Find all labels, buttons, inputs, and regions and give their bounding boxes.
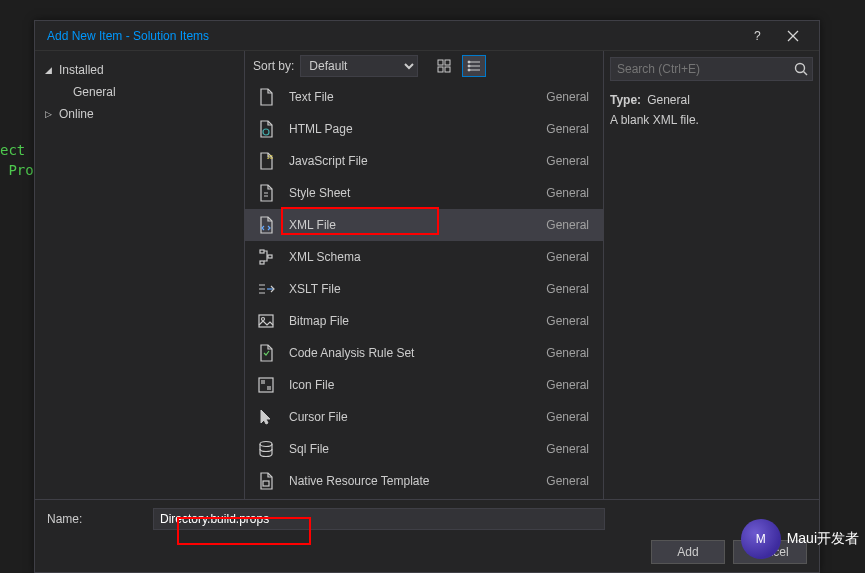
template-item[interactable]: JSJavaScript FileGeneral	[245, 145, 603, 177]
search-icon[interactable]	[793, 61, 809, 77]
template-label: Native Resource Template	[289, 474, 546, 488]
file-type-icon	[255, 374, 277, 396]
template-item[interactable]: Style SheetGeneral	[245, 177, 603, 209]
sort-select[interactable]: Default	[300, 55, 418, 77]
template-category: General	[546, 218, 593, 232]
svg-point-13	[263, 129, 269, 135]
file-type-icon	[255, 438, 277, 460]
svg-rect-21	[261, 380, 265, 384]
tree-installed[interactable]: ◢ Installed	[35, 59, 244, 81]
template-category: General	[546, 442, 593, 456]
template-item[interactable]: Cursor FileGeneral	[245, 401, 603, 433]
svg-rect-24	[263, 481, 269, 486]
template-item[interactable]: XML FileGeneral	[245, 209, 603, 241]
tree-general[interactable]: General	[35, 81, 244, 103]
file-type-icon: JS	[255, 150, 277, 172]
template-category: General	[546, 346, 593, 360]
svg-rect-6	[445, 67, 450, 72]
template-label: XML Schema	[289, 250, 546, 264]
template-category: General	[546, 410, 593, 424]
detail-type-label: Type:	[610, 93, 641, 107]
file-type-icon	[255, 118, 277, 140]
svg-point-12	[468, 69, 470, 71]
file-type-icon	[255, 182, 277, 204]
template-item[interactable]: Text FileGeneral	[245, 81, 603, 113]
detail-pane: Type: General A blank XML file.	[603, 51, 819, 499]
template-category: General	[546, 378, 593, 392]
view-medium-icons-button[interactable]	[432, 55, 456, 77]
name-input[interactable]	[153, 508, 605, 530]
template-category: General	[546, 250, 593, 264]
template-category: General	[546, 282, 593, 296]
svg-point-11	[468, 65, 470, 67]
svg-point-23	[260, 442, 272, 447]
template-item[interactable]: Icon FileGeneral	[245, 369, 603, 401]
template-category: General	[546, 186, 593, 200]
sort-label: Sort by:	[253, 59, 294, 73]
file-type-icon	[255, 342, 277, 364]
svg-rect-16	[260, 261, 264, 264]
template-label: Bitmap File	[289, 314, 546, 328]
file-type-icon	[255, 310, 277, 332]
chevron-down-icon: ◢	[45, 65, 55, 75]
template-pane: Sort by: Default Text FileGeneralHTML Pa…	[245, 51, 603, 499]
tree-online[interactable]: ▷ Online	[35, 103, 244, 125]
dialog-title: Add New Item - Solution Items	[47, 29, 739, 43]
dialog-titlebar[interactable]: Add New Item - Solution Items ?	[35, 21, 819, 51]
template-details: Type: General A blank XML file.	[610, 87, 813, 127]
template-category: General	[546, 154, 593, 168]
template-category: General	[546, 474, 593, 488]
help-button[interactable]: ?	[739, 21, 775, 51]
template-label: Icon File	[289, 378, 546, 392]
detail-description: A blank XML file.	[610, 113, 813, 127]
template-item[interactable]: Code Analysis Rule SetGeneral	[245, 337, 603, 369]
dialog-bottom: Name: Add Cancel	[35, 499, 819, 572]
svg-rect-22	[267, 386, 271, 390]
template-item[interactable]: XSLT FileGeneral	[245, 273, 603, 305]
template-item[interactable]: XML SchemaGeneral	[245, 241, 603, 273]
file-type-icon	[255, 406, 277, 428]
template-item[interactable]: Native Resource TemplateGeneral	[245, 465, 603, 497]
template-category: General	[546, 90, 593, 104]
close-button[interactable]	[775, 21, 811, 51]
tree-label: General	[73, 85, 116, 99]
watermark-text: Maui开发者	[787, 530, 859, 548]
file-type-icon	[255, 278, 277, 300]
svg-line-27	[804, 72, 808, 76]
category-tree: ◢ Installed General ▷ Online	[35, 51, 245, 499]
svg-rect-4	[445, 60, 450, 65]
search-input[interactable]	[610, 57, 813, 81]
template-item[interactable]: HTML PageGeneral	[245, 113, 603, 145]
svg-point-10	[468, 61, 470, 63]
template-label: HTML Page	[289, 122, 546, 136]
template-item[interactable]: Bitmap FileGeneral	[245, 305, 603, 337]
svg-text:JS: JS	[267, 154, 274, 160]
template-label: Code Analysis Rule Set	[289, 346, 546, 360]
tree-label: Installed	[59, 63, 104, 77]
file-type-icon	[255, 214, 277, 236]
template-label: Style Sheet	[289, 186, 546, 200]
svg-point-19	[262, 318, 265, 321]
svg-rect-5	[438, 67, 443, 72]
template-label: JavaScript File	[289, 154, 546, 168]
add-button[interactable]: Add	[651, 540, 725, 564]
template-item[interactable]: Sql FileGeneral	[245, 433, 603, 465]
file-type-icon	[255, 246, 277, 268]
template-category: General	[546, 122, 593, 136]
watermark: M Maui开发者	[741, 519, 859, 559]
template-toolbar: Sort by: Default	[245, 51, 603, 81]
svg-rect-17	[268, 255, 272, 258]
search-box	[610, 57, 813, 81]
svg-text:?: ?	[754, 30, 761, 42]
template-list[interactable]: Text FileGeneralHTML PageGeneralJSJavaSc…	[245, 81, 603, 499]
file-type-icon	[255, 470, 277, 492]
name-label: Name:	[47, 512, 139, 526]
add-new-item-dialog: Add New Item - Solution Items ? ◢ Instal…	[34, 20, 820, 573]
svg-rect-15	[260, 250, 264, 253]
watermark-avatar-icon: M	[741, 519, 781, 559]
template-label: Cursor File	[289, 410, 546, 424]
detail-type-value: General	[647, 93, 690, 107]
svg-point-26	[796, 64, 805, 73]
file-type-icon	[255, 86, 277, 108]
view-small-icons-button[interactable]	[462, 55, 486, 77]
